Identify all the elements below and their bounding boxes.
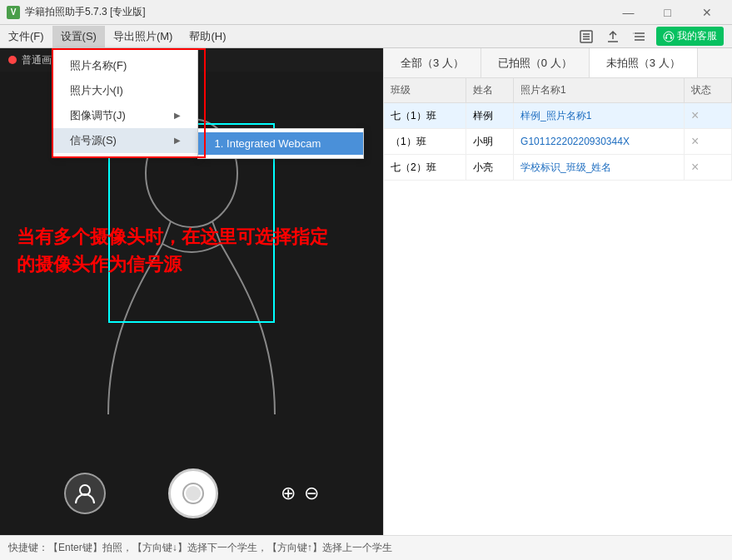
col-header-name: 姓名 (466, 78, 514, 103)
cell-status: × (685, 129, 732, 155)
table-row[interactable]: （1）班 小明 G10112220220930344X × (384, 129, 732, 155)
col-header-photo: 照片名称1 (514, 78, 685, 103)
menu-help[interactable]: 帮助(H) (181, 26, 234, 47)
tab-not-taken[interactable]: 未拍照（3 人） (590, 48, 698, 77)
title-bar: V 学籍拍照助手5.7.3 [专业版] — □ ✕ (0, 0, 732, 25)
settings-dropdown: 照片名称(F) 照片大小(I) 图像调节(J) 信号源(S) 1. Integr… (52, 49, 198, 157)
svg-point-10 (665, 37, 667, 38)
window-controls: — □ ✕ (610, 4, 725, 21)
cell-class: （1）班 (384, 129, 466, 155)
menu-settings[interactable]: 设置(S) 照片名称(F) 照片大小(I) 图像调节(J) 信号源(S) 1. … (52, 26, 105, 47)
col-header-class: 班级 (384, 78, 466, 103)
svg-point-11 (670, 37, 672, 38)
table-row[interactable]: 七（2）班 小亮 学校标识_班级_姓名 × (384, 155, 732, 181)
svg-point-17 (186, 486, 201, 501)
cell-photo: G10112220220930344X (514, 129, 685, 155)
dropdown-signal-source[interactable]: 信号源(S) 1. Integrated Webcam (53, 128, 197, 153)
customer-service-button[interactable]: 我的客服 (656, 27, 724, 46)
right-panel: 全部（3 人） 已拍照（0 人） 未拍照（3 人） 班级 姓名 照片名称1 状态 (383, 48, 732, 535)
cell-photo: 样例_照片名称1 (514, 103, 685, 129)
col-header-status: 状态 (685, 78, 732, 103)
cell-class: 七（1）班 (384, 103, 466, 129)
cell-photo: 学校标识_班级_姓名 (514, 155, 685, 181)
quality-indicator (8, 56, 17, 64)
close-button[interactable]: ✕ (688, 4, 725, 21)
zoom-in-icon[interactable]: ⊕ (281, 483, 296, 504)
person-list-icon[interactable] (576, 27, 596, 47)
status-text: 快捷键：【Enter键】拍照，【方向键↓】选择下一个学生，【方向键↑】选择上一个… (8, 541, 392, 555)
minimize-button[interactable]: — (610, 4, 647, 21)
menu-bar: 文件(F) 设置(S) 照片名称(F) 照片大小(I) 图像调节(J) 信号源(… (0, 25, 732, 48)
cell-name: 小亮 (466, 155, 514, 181)
zoom-controls: ⊕ ⊖ (281, 483, 319, 504)
tab-all[interactable]: 全部（3 人） (384, 48, 481, 77)
data-table: 班级 姓名 照片名称1 状态 七（1）班 样例 样例_照片名称1 × （1）班 (384, 78, 732, 535)
cell-name: 样例 (466, 103, 514, 129)
capture-button[interactable] (168, 468, 218, 518)
webcam-option[interactable]: 1. Integrated Webcam (198, 132, 363, 155)
tab-bar: 全部（3 人） 已拍照（0 人） 未拍照（3 人） (384, 48, 732, 78)
cell-status: × (685, 155, 732, 181)
cell-status: × (685, 103, 732, 129)
tab-taken[interactable]: 已拍照（0 人） (481, 48, 590, 77)
profile-button[interactable] (64, 473, 106, 514)
dropdown-image-adjust[interactable]: 图像调节(J) (53, 103, 197, 128)
menu-export[interactable]: 导出照片(M) (105, 26, 182, 47)
dropdown-photo-name[interactable]: 照片名称(F) (53, 53, 197, 78)
signal-source-submenu: 1. Integrated Webcam (197, 128, 364, 159)
camera-controls: ⊕ ⊖ (0, 468, 383, 518)
maximize-button[interactable]: □ (649, 4, 686, 21)
cell-name: 小明 (466, 129, 514, 155)
list-icon[interactable] (630, 27, 650, 47)
annotation-text: 当有多个摄像头时，在这里可选择指定 的摄像头作为信号源 (17, 223, 328, 278)
status-bar: 快捷键：【Enter键】拍照，【方向键↓】选择下一个学生，【方向键↑】选择上一个… (0, 535, 732, 560)
zoom-out-icon[interactable]: ⊖ (304, 483, 319, 504)
menu-file[interactable]: 文件(F) (0, 26, 52, 47)
app-icon: V (7, 6, 20, 19)
dropdown-photo-size[interactable]: 照片大小(I) (53, 78, 197, 103)
table-row[interactable]: 七（1）班 样例 样例_照片名称1 × (384, 103, 732, 129)
upload-icon[interactable] (603, 27, 623, 47)
toolbar-right: 我的客服 (576, 27, 732, 47)
svg-point-9 (664, 32, 674, 42)
cell-class: 七（2）班 (384, 155, 466, 181)
window-title: 学籍拍照助手5.7.3 [专业版] (25, 5, 146, 19)
